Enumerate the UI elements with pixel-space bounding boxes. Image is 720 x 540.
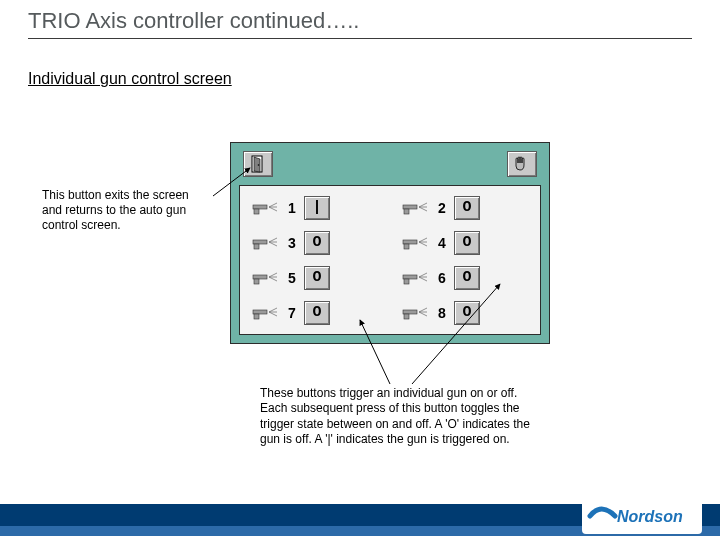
gun-control-panel: 1 | 2 O 3 O 4 O — [230, 142, 550, 344]
gun-toggle-button[interactable]: O — [454, 266, 480, 290]
svg-rect-12 — [254, 279, 259, 284]
svg-rect-6 — [404, 209, 409, 214]
svg-rect-8 — [254, 244, 259, 249]
svg-rect-9 — [403, 240, 417, 244]
slide-title: TRIO Axis controller continued….. — [28, 8, 359, 34]
gun-toggle-button[interactable]: O — [304, 231, 330, 255]
svg-rect-7 — [253, 240, 267, 244]
gun-toggle-button[interactable]: | — [304, 196, 330, 220]
gun-cell-7: 7 O — [246, 297, 384, 328]
svg-text:Nordson: Nordson — [617, 508, 683, 525]
gun-cell-8: 8 O — [396, 297, 534, 328]
nordson-logo: Nordson — [582, 498, 702, 534]
gun-number: 8 — [436, 305, 448, 321]
section-subtitle: Individual gun control screen — [28, 70, 232, 88]
callout-exit-button: This button exits the screen and returns… — [42, 188, 212, 233]
gun-toggle-button[interactable]: O — [454, 301, 480, 325]
gun-cell-6: 6 O — [396, 262, 534, 293]
title-underline — [28, 38, 692, 39]
svg-rect-5 — [403, 205, 417, 209]
svg-rect-3 — [253, 205, 267, 209]
gun-number: 3 — [286, 235, 298, 251]
gun-cell-2: 2 O — [396, 192, 534, 223]
spray-gun-icon — [250, 269, 280, 287]
exit-button[interactable] — [243, 151, 273, 177]
manual-mode-button[interactable] — [507, 151, 537, 177]
spray-gun-icon — [400, 234, 430, 252]
svg-rect-10 — [404, 244, 409, 249]
svg-rect-17 — [403, 310, 417, 314]
svg-point-2 — [258, 164, 260, 166]
gun-toggle-button[interactable]: O — [304, 266, 330, 290]
gun-cell-4: 4 O — [396, 227, 534, 258]
svg-rect-13 — [403, 275, 417, 279]
gun-number: 7 — [286, 305, 298, 321]
gun-toggle-button[interactable]: O — [454, 196, 480, 220]
svg-rect-18 — [404, 314, 409, 319]
callout-trigger-buttons: These buttons trigger an individual gun … — [260, 386, 540, 447]
gun-number: 6 — [436, 270, 448, 286]
spray-gun-icon — [250, 234, 280, 252]
gun-toggle-button[interactable]: O — [454, 231, 480, 255]
gun-number: 5 — [286, 270, 298, 286]
spray-gun-icon — [250, 199, 280, 217]
gun-cell-1: 1 | — [246, 192, 384, 223]
spray-gun-icon — [400, 304, 430, 322]
gun-grid: 1 | 2 O 3 O 4 O — [239, 185, 541, 335]
panel-top-bar — [237, 149, 543, 179]
svg-rect-15 — [253, 310, 267, 314]
gun-cell-5: 5 O — [246, 262, 384, 293]
gun-toggle-button[interactable]: O — [304, 301, 330, 325]
spray-gun-icon — [400, 269, 430, 287]
spray-gun-icon — [250, 304, 280, 322]
gun-number: 1 — [286, 200, 298, 216]
svg-rect-4 — [254, 209, 259, 214]
svg-rect-14 — [404, 279, 409, 284]
spray-gun-icon — [400, 199, 430, 217]
svg-rect-16 — [254, 314, 259, 319]
svg-rect-11 — [253, 275, 267, 279]
gun-cell-3: 3 O — [246, 227, 384, 258]
gun-number: 4 — [436, 235, 448, 251]
gun-number: 2 — [436, 200, 448, 216]
